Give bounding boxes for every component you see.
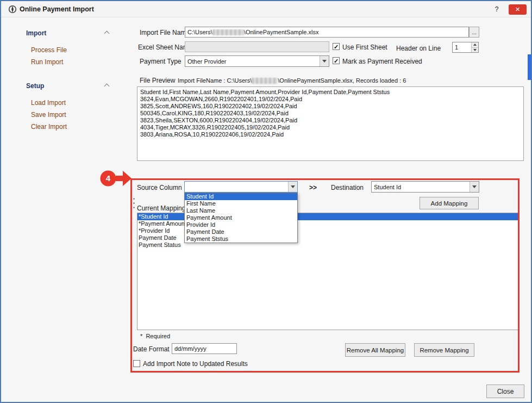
preview-line: 4034,Tiger,MCRAY,3326,R1902202405,19/02/… <box>140 124 521 131</box>
source-column-dropdown[interactable] <box>184 181 298 193</box>
add-mapping-button[interactable]: Add Mapping <box>420 197 479 209</box>
checkmark-icon: ✓ <box>333 58 339 64</box>
spinner-up-button[interactable] <box>472 42 478 48</box>
remove-mapping-button[interactable]: Remove Mapping <box>414 343 474 357</box>
dropdown-option[interactable]: Payment Date <box>185 228 297 235</box>
dropdown-arrow-icon <box>322 60 327 63</box>
destination-value: Student Id <box>372 182 470 192</box>
header-on-line-label: Header on Line <box>396 45 441 52</box>
use-first-sheet-checkbox[interactable]: ✓ <box>333 43 340 50</box>
close-icon: ✕ <box>515 6 520 13</box>
excel-sheet-name-input <box>185 41 329 52</box>
redacted-username <box>252 78 278 84</box>
sidebar-item-load-import[interactable]: Load Import <box>31 99 66 107</box>
remove-all-mapping-button[interactable]: Remove All Mapping <box>345 343 405 357</box>
dropdown-arrow-icon <box>291 185 295 188</box>
dropdown-option[interactable]: Last Name <box>185 207 297 214</box>
preview-line: Student Id,First Name,Last Name,Payment … <box>140 89 521 96</box>
spinner-down-button[interactable] <box>472 48 478 53</box>
close-window-button[interactable]: ✕ <box>509 4 527 15</box>
add-import-note-label: Add Import Note to Updated Results <box>143 360 248 368</box>
dropdown-arrow-icon <box>472 185 477 188</box>
import-file-name-label: Import File Name <box>140 29 190 36</box>
import-file-name-input[interactable]: C:\Users\\OnlinePaymentSample.xlsx <box>185 27 469 38</box>
preview-info: Import FileName : C:\Users\\OnlinePaymen… <box>178 77 406 84</box>
date-format-input[interactable] <box>172 343 237 354</box>
annotation-arrow: 4 <box>92 166 135 191</box>
window-title: Online Payment Import <box>20 1 94 17</box>
chevron-up-icon[interactable] <box>104 84 110 89</box>
chevron-up-icon[interactable] <box>104 31 110 36</box>
dropdown-option[interactable]: First Name <box>185 200 297 207</box>
current-mapping-label: Current Mapping <box>137 204 185 212</box>
close-button[interactable]: Close <box>486 385 524 398</box>
edge-scroll-marker <box>528 54 531 80</box>
sidebar-item-clear-import[interactable]: Clear Import <box>31 123 67 131</box>
sidebar-item-process-file[interactable]: Process File <box>31 46 67 54</box>
dropdown-option[interactable]: Student Id <box>185 193 297 200</box>
file-preview-box[interactable]: Student Id,First Name,Last Name,Payment … <box>137 86 524 161</box>
dropdown-option[interactable]: Payment Ststus <box>185 235 297 243</box>
dropdown-button[interactable] <box>288 182 297 192</box>
source-column-dropdown-list[interactable]: Student Id First Name Last Name Payment … <box>184 193 298 243</box>
sidebar-item-run-import[interactable]: Run Import <box>31 58 63 66</box>
dropdown-button[interactable] <box>320 56 329 66</box>
browse-file-button[interactable]: ... <box>469 27 479 38</box>
path-prefix: C:\Users\ <box>187 29 212 35</box>
required-note: * Required <box>140 333 170 339</box>
payment-type-label: Payment Type <box>140 58 181 65</box>
preview-line: 3624,Evan,MCGOWAN,2660,R1902202401,19/02… <box>140 96 521 103</box>
checkmark-icon: ✓ <box>333 44 339 50</box>
preview-line: 3825,Scott,ANDREWS,160,R1902202402,19/02… <box>140 103 521 110</box>
mark-payment-received-label: Mark as Payment Received <box>342 58 422 65</box>
destination-dropdown[interactable]: Student Id <box>371 181 479 193</box>
destination-label: Destination <box>331 184 364 191</box>
file-preview-label: File Preview <box>140 77 175 84</box>
online-payment-import-window: Online Payment Import ? ✕ Import Process… <box>0 0 532 403</box>
titlebar: Online Payment Import ? ✕ <box>1 1 531 17</box>
source-column-label: Source Column <box>137 184 182 191</box>
payment-type-value: Other Provider <box>185 56 320 66</box>
excel-sheet-name-label: Excel Sheet Name <box>138 44 192 51</box>
down-arrow-icon <box>473 49 477 51</box>
annotation-number: 4 <box>106 173 111 183</box>
dropdown-option[interactable]: Payment Amount <box>185 214 297 221</box>
app-icon <box>8 5 17 14</box>
path-suffix: \OnlinePaymentSample.xlsx <box>244 29 319 35</box>
date-format-label: Date Format <box>133 345 170 353</box>
mark-payment-received-checkbox[interactable]: ✓ <box>333 57 340 64</box>
redacted-username <box>212 29 244 35</box>
preview-line: 3803,Ariana,ROSA,10,R1902202406,19/02/20… <box>140 131 521 138</box>
source-column-value <box>185 182 288 192</box>
sidebar-section-setup[interactable]: Setup <box>26 82 44 90</box>
sidebar-section-import[interactable]: Import <box>26 29 46 37</box>
up-arrow-icon <box>473 44 477 46</box>
payment-type-dropdown[interactable]: Other Provider <box>185 55 329 67</box>
preview-line: 500345,Carol,KING,180,R1902202403,19/02/… <box>140 110 521 117</box>
header-line-value: 1 <box>453 42 471 52</box>
splitter-grip-handle[interactable] <box>133 198 135 208</box>
info-suffix: \OnlinePaymentSample.xlsx, Records loade… <box>278 77 406 84</box>
help-button[interactable]: ? <box>492 4 502 14</box>
add-import-note-checkbox[interactable] <box>133 360 140 367</box>
info-prefix: Import FileName : C:\Users\ <box>178 77 252 84</box>
map-direction-indicator: >> <box>309 184 317 191</box>
use-first-sheet-label: Use First Sheet <box>342 44 387 51</box>
dropdown-button[interactable] <box>470 182 479 192</box>
dropdown-option[interactable]: Provider Id <box>185 221 297 228</box>
header-line-spinner[interactable]: 1 <box>452 42 479 53</box>
sidebar-item-save-import[interactable]: Save Import <box>31 111 66 119</box>
preview-line: 3823,Sheila,SEXTON,6000,R1902202404,19/0… <box>140 117 521 124</box>
